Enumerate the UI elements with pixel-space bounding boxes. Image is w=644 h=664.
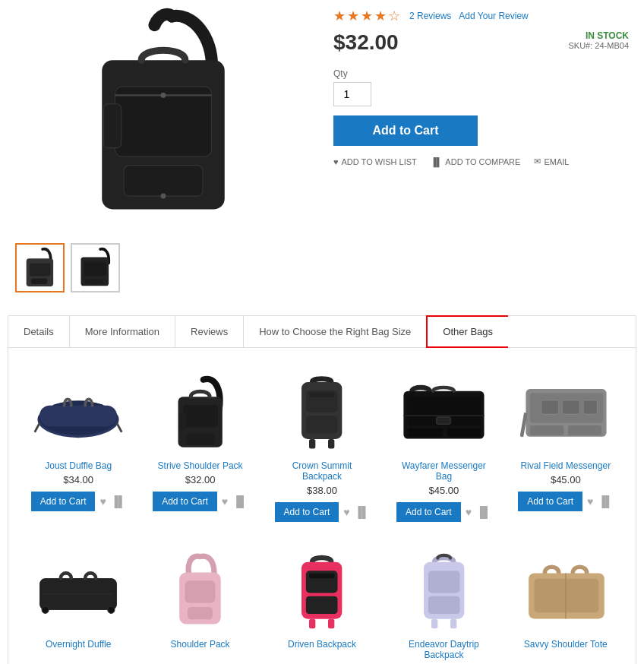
bag-card-daytrip-backpack: Endeavor Daytrip Backpack — [389, 542, 498, 664]
bag-image-rival-field — [516, 371, 616, 454]
add-to-cart-button[interactable]: Add to Cart — [333, 115, 478, 146]
bag-name-overnight-duffle[interactable]: Overnight Duffle — [28, 639, 128, 650]
svg-point-48 — [108, 606, 115, 613]
bag-image-wayfarer — [393, 371, 494, 454]
bag-name-rival-field[interactable]: Rival Field Messenger — [516, 460, 616, 471]
tab-reviews[interactable]: Reviews — [175, 316, 244, 347]
svg-line-42 — [522, 413, 526, 437]
tab-other-bags[interactable]: Other Bags — [426, 315, 508, 348]
qty-input[interactable] — [333, 82, 371, 106]
bag-name-strive-shoulder[interactable]: Strive Shoulder Pack — [150, 460, 250, 471]
email-link[interactable]: ✉ EMAIL — [534, 157, 569, 166]
add-to-wishlist-link[interactable]: ♥ ADD TO WISH LIST — [333, 157, 417, 166]
svg-line-17 — [35, 423, 39, 432]
email-icon: ✉ — [534, 157, 541, 166]
compare-icon-crown-summit[interactable]: ▐▌ — [355, 506, 370, 518]
svg-rect-64 — [534, 579, 598, 612]
bag-card-joust-duffle: Joust Duffle Bag $34.00 Add to Cart ♥ ▐▌ — [24, 363, 133, 530]
svg-rect-41 — [583, 400, 597, 414]
bag-image-driven-backpack — [272, 549, 372, 633]
tabs-bar: Details More Information Reviews How to … — [8, 316, 636, 348]
bag-name-savvy-tote[interactable]: Savvy Shoulder Tote — [516, 639, 616, 650]
svg-rect-38 — [568, 426, 601, 436]
bag-card-strive-shoulder: Strive Shoulder Pack $32.00 Add to Cart … — [145, 363, 254, 530]
svg-rect-56 — [328, 619, 334, 628]
compare-icon-joust-duffle[interactable]: ▐▌ — [111, 495, 126, 507]
stock-status: IN STOCK — [569, 30, 630, 41]
bag-name-wayfarer[interactable]: Wayfarer Messenger Bag — [393, 460, 494, 482]
bag-actions-joust-duffle: Add to Cart ♥ ▐▌ — [28, 492, 128, 511]
add-review-link[interactable]: Add Your Review — [459, 11, 528, 21]
svg-rect-11 — [84, 262, 106, 276]
bag-name-shoulder-pack[interactable]: Shoulder Pack — [150, 639, 250, 650]
thumbnail-1[interactable] — [15, 243, 65, 292]
tab-details[interactable]: Details — [8, 316, 70, 347]
svg-rect-59 — [428, 571, 460, 593]
svg-line-18 — [117, 423, 122, 432]
bag-card-rival-field: Rival Field Messenger $45.00 Add to Cart… — [511, 363, 620, 530]
svg-rect-27 — [309, 439, 315, 448]
bag-actions-crown-summit: Add to Cart ♥ ▐▌ — [272, 502, 372, 522]
svg-rect-20 — [183, 405, 218, 427]
bags-grid: Joust Duffle Bag $34.00 Add to Cart ♥ ▐▌ — [24, 363, 620, 664]
bag-add-to-cart-rival-field[interactable]: Add to Cart — [518, 492, 582, 511]
bag-image-strive-shoulder — [150, 371, 250, 454]
compare-icon-strive-shoulder[interactable]: ▐▌ — [232, 495, 248, 507]
bag-card-crown-summit: Crown Summit Backpack $38.00 Add to Cart… — [267, 363, 377, 530]
main-product-image — [15, 8, 311, 236]
bag-name-joust-duffle[interactable]: Joust Duffle Bag — [28, 460, 128, 471]
thumbnail-list — [15, 243, 311, 292]
action-links: ♥ ADD TO WISH LIST ▐▌ ADD TO COMPARE ✉ E… — [333, 157, 629, 166]
thumbnail-2[interactable] — [71, 243, 120, 292]
bag-add-to-cart-crown-summit[interactable]: Add to Cart — [275, 502, 339, 522]
svg-rect-33 — [447, 428, 481, 437]
bag-image-daytrip-backpack — [393, 549, 494, 633]
bag-card-driven-backpack: Driven Backpack — [267, 542, 377, 664]
bag-image-overnight-duffle — [28, 549, 128, 633]
svg-rect-39 — [541, 400, 558, 414]
wishlist-icon-wayfarer[interactable]: ♥ — [466, 506, 472, 518]
bag-image-savvy-tote — [516, 549, 616, 633]
bag-add-to-cart-wayfarer[interactable]: Add to Cart — [396, 502, 461, 522]
svg-rect-22 — [178, 413, 186, 430]
compare-icon-wayfarer[interactable]: ▐▌ — [476, 506, 491, 518]
bag-name-daytrip-backpack[interactable]: Endeavor Daytrip Backpack — [393, 639, 494, 660]
svg-rect-4 — [103, 104, 121, 148]
bag-add-to-cart-strive-shoulder[interactable]: Add to Cart — [153, 492, 217, 511]
svg-rect-21 — [186, 433, 214, 444]
tab-more-info[interactable]: More Information — [70, 316, 175, 347]
svg-rect-25 — [306, 416, 338, 433]
tab-how-to-choose[interactable]: How to Choose the Right Bag Size — [244, 316, 427, 347]
bag-price-strive-shoulder: $32.00 — [150, 474, 250, 485]
wishlist-icon-joust-duffle[interactable]: ♥ — [99, 495, 106, 507]
wishlist-icon-rival-field[interactable]: ♥ — [587, 495, 593, 507]
add-to-compare-link[interactable]: ▐▌ ADD TO COMPARE — [431, 157, 521, 166]
bag-card-overnight-duffle: Overnight Duffle — [24, 542, 133, 664]
svg-rect-50 — [185, 580, 216, 602]
bag-add-to-cart-joust-duffle[interactable]: Add to Cart — [31, 492, 96, 511]
product-price: $32.00 — [333, 30, 399, 55]
reviews-count-link[interactable]: 2 Reviews — [409, 11, 451, 21]
bag-name-crown-summit[interactable]: Crown Summit Backpack — [272, 460, 372, 482]
bag-image-shoulder-pack — [150, 549, 250, 633]
qty-label: Qty — [333, 68, 629, 79]
svg-rect-61 — [431, 619, 437, 628]
compare-icon: ▐▌ — [431, 157, 443, 166]
other-bags-content: Joust Duffle Bag $34.00 Add to Cart ♥ ▐▌ — [8, 348, 636, 664]
compare-icon-rival-field[interactable]: ▐▌ — [598, 495, 613, 507]
svg-rect-3 — [124, 166, 203, 196]
bag-actions-strive-shoulder: Add to Cart ♥ ▐▌ — [150, 492, 250, 511]
svg-rect-8 — [29, 263, 50, 276]
wishlist-icon-strive-shoulder[interactable]: ♥ — [222, 495, 228, 507]
wishlist-icon-crown-summit[interactable]: ♥ — [343, 506, 349, 518]
bag-actions-rival-field: Add to Cart ♥ ▐▌ — [516, 492, 616, 511]
bag-card-shoulder-pack: Shoulder Pack — [145, 542, 254, 664]
bag-name-driven-backpack[interactable]: Driven Backpack — [272, 639, 372, 650]
star-rating: ★★★★☆ — [333, 8, 402, 24]
svg-rect-34 — [437, 417, 450, 424]
svg-rect-9 — [30, 279, 46, 284]
stock-sku-block: IN STOCK SKU#: 24-MB04 — [569, 30, 630, 50]
bag-image-joust-duffle — [28, 371, 128, 454]
svg-rect-12 — [85, 280, 103, 284]
svg-point-47 — [42, 606, 49, 613]
